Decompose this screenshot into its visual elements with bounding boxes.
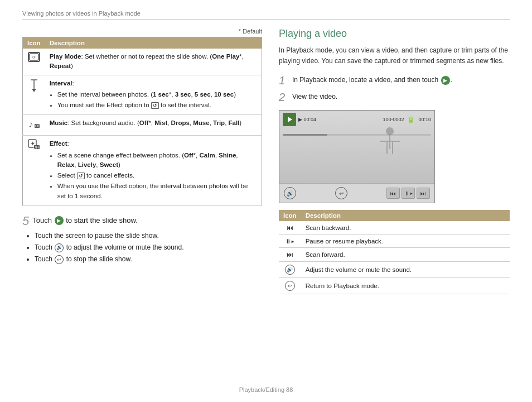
icon-cell: ⏸▶ [279, 235, 301, 248]
table-row: ↩ Return to Playback mode. [279, 278, 510, 294]
playback-table: Icon Description ⏮ Scan backward. ⏸▶ [279, 210, 510, 294]
section-title: Playing a video [279, 28, 510, 40]
step5-number: 5 [22, 215, 29, 227]
svg-marker-3 [32, 89, 36, 92]
right-column: Playing a video In Playback mode, you ca… [279, 28, 510, 294]
table-row: ⟳ Play Mode: Set whether or not to repea… [23, 49, 262, 75]
page-container: Viewing photos or videos in Playback mod… [0, 0, 532, 402]
step5-section: 5 Touch ▶ to start the slide show. Touch… [22, 215, 262, 265]
icon-cell [23, 75, 45, 115]
desc-cell: Pause or resume playback. [301, 235, 510, 248]
volume-control[interactable]: 🔊 [284, 187, 296, 199]
footer-text: Playback/Editing 88 [239, 386, 293, 393]
col-header-icon: Icon [279, 210, 301, 221]
list-item: 1 In Playback mode, locate a video, and … [279, 74, 510, 87]
svg-text:OFF: OFF [33, 145, 40, 149]
video-progress-bar [283, 128, 431, 136]
page-footer: Playback/Editing 88 [0, 386, 532, 393]
video-top-bar: ▶ 00:04 100-0002 🔋 00:10 [283, 113, 431, 126]
playback-controls: ⏮ ⏸▶ ⏭ [386, 188, 430, 199]
col-header-desc: Description [301, 210, 510, 221]
table-row: ⏭ Scan forward. [279, 248, 510, 262]
repeat-icon: ⟳ [28, 52, 40, 62]
back-control[interactable]: ↩ [335, 187, 347, 199]
video-time-current: ▶ 00:04 [298, 117, 316, 122]
music-icon: ♪ OFF [28, 118, 40, 132]
desc-cell-effect: Effect: Set a scene change effect betwee… [45, 136, 262, 206]
effect-icon: ✦ OFF [28, 139, 40, 154]
breadcrumb: Viewing photos or videos in Playback mod… [22, 10, 510, 20]
play-icon-step1: ▶ [441, 76, 450, 85]
svg-text:OFF: OFF [35, 124, 40, 128]
step5-bullets: Touch the screen to pause the slide show… [22, 230, 262, 265]
svg-text:⟳: ⟳ [32, 55, 36, 59]
table-row: 🔊 Adjust the volume or mute the sound. [279, 262, 510, 278]
desc-cell: Adjust the volume or mute the sound. [301, 262, 510, 278]
interval-icon [27, 79, 41, 94]
icon-cell: ⟳ [23, 49, 45, 75]
pause-play-icon: ⏸▶ [285, 238, 294, 245]
svg-text:♪: ♪ [28, 119, 33, 129]
scan-back-button[interactable]: ⏮ [386, 188, 400, 199]
col-header-desc: Description [45, 37, 262, 49]
step5-main: 5 Touch ▶ to start the slide show. [22, 215, 262, 227]
volume-icon: 🔊 [285, 265, 295, 275]
video-file-id: 100-0002 [383, 117, 404, 122]
volume-icon: 🔊 [55, 243, 64, 252]
desc-cell: Scan forward. [301, 248, 510, 262]
scan-fwd-icon: ⏭ [287, 251, 293, 259]
list-item: Touch the screen to pause the slide show… [35, 230, 262, 241]
desc-cell-music: Music: Set background audio. (Off*, Mist… [45, 115, 262, 136]
default-note: * Default [22, 28, 262, 35]
video-player: ▶ 00:04 100-0002 🔋 00:10 [279, 110, 435, 203]
scan-fwd-button[interactable]: ⏭ [417, 188, 430, 199]
desc-cell-interval: Interval: Set the interval between photo… [45, 75, 262, 115]
scan-back-icon: ⏮ [287, 224, 293, 232]
video-time-total: 00:10 [418, 117, 431, 122]
stop-icon: ↩ [55, 255, 64, 264]
icon-cell: ⏮ [279, 221, 301, 235]
stick-figure [379, 127, 401, 166]
steps-list: 1 In Playback mode, locate a video, and … [279, 74, 510, 103]
video-icon [283, 113, 296, 126]
left-column: * Default Icon Description [22, 28, 262, 266]
col-header-icon: Icon [23, 37, 45, 49]
settings-table: Icon Description ⟳ [22, 37, 262, 206]
desc-cell: Scan backward. [301, 221, 510, 235]
icon-cell: 🔊 [279, 262, 301, 278]
list-item: 2 View the video. [279, 91, 510, 103]
table-row: ✦ OFF Effect: Set a scene change effect … [23, 136, 262, 206]
table-row: ⏸▶ Pause or resume playback. [279, 235, 510, 248]
pause-play-button[interactable]: ⏸▶ [402, 188, 415, 199]
icon-cell: ✦ OFF [23, 136, 45, 206]
video-controls: 🔊 ↩ ⏮ ⏸▶ ⏭ [279, 183, 434, 203]
table-row: ⏮ Scan backward. [279, 221, 510, 235]
progress-fill [283, 134, 327, 136]
video-screen: ▶ 00:04 100-0002 🔋 00:10 [279, 111, 434, 183]
battery-icon: 🔋 [407, 116, 415, 123]
return-icon: ↩ [285, 281, 295, 291]
icon-cell: ♪ OFF [23, 115, 45, 136]
list-item: Touch 🔊 to adjust the volume or mute the… [35, 242, 262, 253]
desc-cell: Return to Playback mode. [301, 278, 510, 294]
icon-cell: ⏭ [279, 248, 301, 262]
list-item: Touch ↩ to stop the slide show. [35, 253, 262, 265]
content-columns: * Default Icon Description [22, 28, 510, 294]
play-icon: ▶ [55, 216, 64, 225]
table-row: Interval: Set the interval between photo… [23, 75, 262, 115]
intro-text: In Playback mode, you can view a video, … [279, 45, 510, 66]
icon-cell: ↩ [279, 278, 301, 294]
svg-marker-12 [288, 117, 292, 122]
table-row: ♪ OFF Music: Set background audio. (Off*… [23, 115, 262, 136]
desc-cell-playmode: Play Mode: Set whether or not to repeat … [45, 49, 262, 75]
